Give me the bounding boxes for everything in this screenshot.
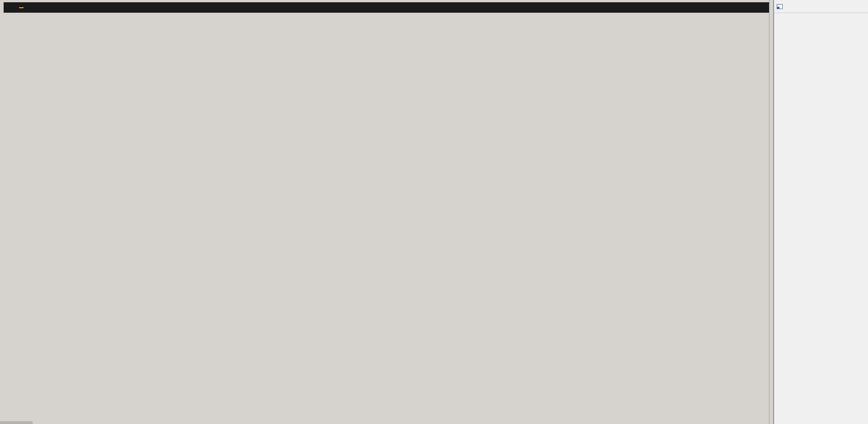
- workspace: [0, 0, 868, 424]
- dom-titlebar[interactable]: [774, 0, 868, 13]
- chart-window: [0, 0, 772, 424]
- window-splitter[interactable]: [769, 0, 774, 424]
- dom-window-icon: [777, 4, 783, 9]
- horizontal-scrollbar[interactable]: [0, 421, 33, 424]
- chart-tab-bar: [0, 412, 772, 424]
- chart-canvas[interactable]: [0, 0, 772, 424]
- dom-bottom-filler: [774, 410, 868, 424]
- dom-window: [774, 0, 868, 424]
